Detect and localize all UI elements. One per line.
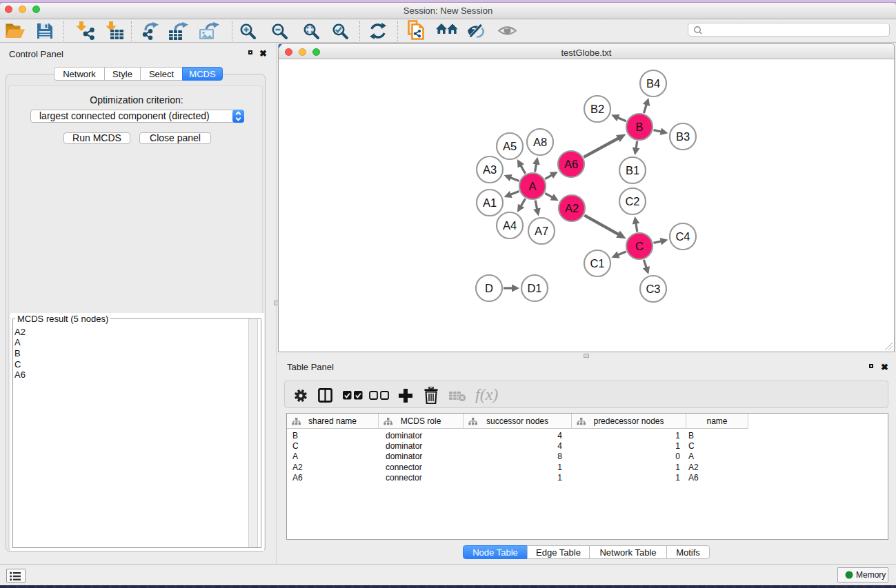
svg-text:A6: A6 (564, 158, 578, 170)
svg-text:C3: C3 (646, 283, 660, 295)
svg-text:A8: A8 (533, 136, 547, 148)
svg-text:D1: D1 (527, 282, 541, 294)
svg-text:B3: B3 (676, 130, 690, 143)
svg-text:A4: A4 (503, 219, 517, 232)
svg-text:C4: C4 (675, 230, 690, 243)
svg-text:A: A (528, 180, 536, 192)
svg-text:B1: B1 (626, 164, 639, 176)
svg-text:B4: B4 (646, 77, 660, 90)
svg-text:D: D (485, 282, 493, 294)
svg-text:A1: A1 (483, 196, 497, 209)
svg-text:C: C (635, 240, 644, 252)
svg-text:C1: C1 (590, 257, 604, 270)
svg-text:B2: B2 (590, 103, 604, 115)
svg-text:C2: C2 (625, 195, 639, 207)
svg-text:B: B (635, 121, 643, 133)
svg-text:A7: A7 (535, 225, 548, 237)
svg-text:A2: A2 (565, 202, 579, 214)
svg-text:A3: A3 (483, 163, 497, 176)
svg-text:A5: A5 (503, 140, 517, 152)
